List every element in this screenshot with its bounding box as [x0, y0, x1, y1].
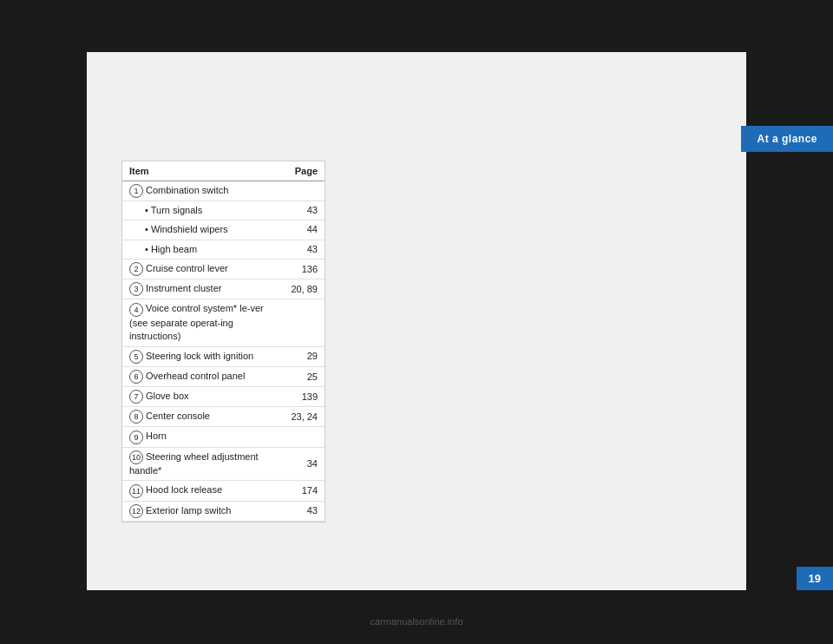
sub-item-page: 43: [284, 240, 325, 259]
table-sub-row: • High beam43: [122, 240, 325, 259]
table-row: 9Horn: [122, 427, 325, 447]
item-number: 12: [129, 504, 143, 518]
table-row: 4Voice control system* le-ver (see separ…: [122, 299, 325, 347]
table-cell-item: 1Combination switch: [122, 181, 284, 201]
table-row: 12Exterior lamp switch43: [122, 501, 325, 521]
table-cell-item: 3Instrument cluster: [122, 279, 284, 299]
item-number: 7: [129, 390, 143, 404]
item-number: 9: [129, 430, 143, 444]
item-number: 3: [129, 282, 143, 296]
table-row: 2Cruise control lever136: [122, 260, 325, 279]
table-cell-page: 25: [284, 367, 325, 387]
sub-item-cell: • Windshield wipers: [122, 220, 284, 240]
table-cell-item: 8Center console: [122, 407, 284, 427]
items-table: Item Page 1Combination switch• Turn sign…: [122, 161, 325, 522]
table-cell-item: 4Voice control system* le-ver (see separ…: [122, 299, 284, 347]
sub-item-cell: • High beam: [122, 240, 284, 259]
sub-item-label: High beam: [151, 244, 197, 254]
item-text: Exterior lamp switch: [146, 505, 231, 516]
item-number: 11: [129, 484, 143, 498]
item-text: Cruise control lever: [146, 264, 228, 274]
item-text: Steering wheel adjustment handle*: [129, 451, 259, 476]
table-cell-page: 174: [284, 481, 325, 501]
item-text: Steering lock with ignition: [146, 352, 253, 362]
table-row: 11Hood lock release174: [122, 481, 325, 501]
table-cell-item: 11Hood lock release: [122, 481, 284, 501]
table-row: 1Combination switch: [122, 181, 325, 201]
table-cell-page: 43: [284, 501, 325, 521]
item-number: 8: [129, 410, 143, 424]
watermark: carmanualsonline.info: [370, 616, 462, 627]
item-text: Instrument cluster: [146, 284, 221, 294]
tab-label: At a glance: [757, 133, 817, 145]
table-cell-item: 12Exterior lamp switch: [122, 501, 284, 521]
table-cell-item: 6Overhead control panel: [122, 367, 284, 387]
table-cell-item: 5Steering lock with ignition: [122, 347, 284, 367]
sub-item-page: 43: [284, 201, 325, 220]
table-row: 5Steering lock with ignition29: [122, 347, 325, 367]
table-row: 8Center console23, 24: [122, 407, 325, 427]
item-text: Glove box: [146, 391, 189, 402]
sub-item-label: Windshield wipers: [151, 224, 228, 234]
item-number: 10: [129, 450, 143, 464]
item-text: Center console: [146, 411, 210, 422]
table-cell-page: 29: [284, 347, 325, 367]
item-number: 6: [129, 370, 143, 384]
table-cell-item: 10Steering wheel adjustment handle*: [122, 447, 284, 481]
bullet-icon: •: [145, 224, 151, 234]
sub-item-cell: • Turn signals: [122, 201, 284, 220]
table-cell-item: 7Glove box: [122, 387, 284, 407]
table-cell-page: 23, 24: [284, 407, 325, 427]
item-number: 5: [129, 350, 143, 364]
item-text: Overhead control panel: [146, 371, 245, 382]
item-number: 4: [129, 303, 143, 317]
table-cell-page: 136: [284, 260, 325, 279]
table-cell-page: 139: [284, 387, 325, 407]
table-cell-page: [284, 181, 325, 201]
at-a-glance-tab: At a glance: [741, 126, 833, 152]
table-cell-page: 20, 89: [284, 279, 325, 299]
table-row: 3Instrument cluster20, 89: [122, 279, 325, 299]
item-number: 1: [129, 184, 143, 198]
table-cell-page: [284, 299, 325, 347]
page-number: 19: [797, 567, 833, 590]
bullet-icon: •: [145, 244, 151, 254]
table-sub-row: • Turn signals43: [122, 201, 325, 220]
sub-item-page: 44: [284, 220, 325, 240]
table-cell-page: [284, 427, 325, 447]
col-page-header: Page: [284, 161, 325, 181]
table-row: 6Overhead control panel25: [122, 367, 325, 387]
table-sub-row: • Windshield wipers44: [122, 220, 325, 240]
sub-item-label: Turn signals: [151, 205, 203, 215]
item-text: Voice control system* le-ver (see separa…: [129, 304, 264, 342]
table-cell-item: 2Cruise control lever: [122, 260, 284, 279]
table-row: 7Glove box139: [122, 387, 325, 407]
item-text: Combination switch: [146, 185, 228, 195]
table-cell-item: 9Horn: [122, 427, 284, 447]
item-text: Hood lock release: [146, 485, 222, 496]
table-cell-page: 34: [284, 447, 325, 481]
table-row: 10Steering wheel adjustment handle*34: [122, 447, 325, 481]
bullet-icon: •: [145, 205, 151, 215]
item-text: Horn: [146, 431, 167, 442]
items-table-container: Item Page 1Combination switch• Turn sign…: [121, 161, 325, 522]
col-item-header: Item: [122, 161, 284, 181]
item-number: 2: [129, 262, 143, 276]
